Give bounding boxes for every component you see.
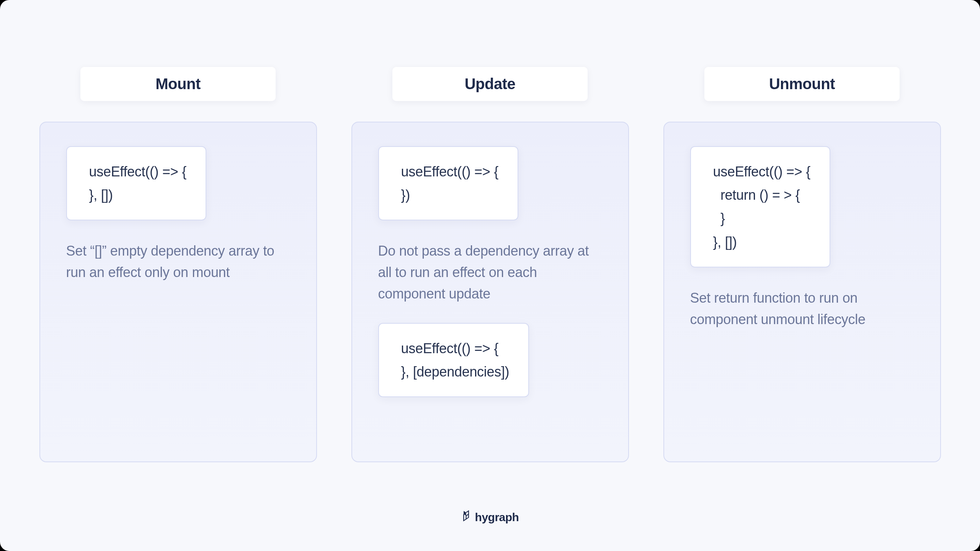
lifecycle-column-mount: Mount useEffect(() => { }, []) Set “[]” … xyxy=(39,67,317,462)
column-panel: useEffect(() => { return () = > { } }, [… xyxy=(663,122,941,462)
column-title: Unmount xyxy=(769,75,835,92)
code-snippet-mount: useEffect(() => { }, []) xyxy=(66,146,206,220)
lifecycle-column-update: Update useEffect(() => { }) Do not pass … xyxy=(351,67,629,462)
code-line: } xyxy=(713,207,810,230)
code-line: useEffect(() => { xyxy=(89,160,186,183)
column-description: Do not pass a dependency array at all to… xyxy=(378,240,602,304)
column-title: Mount xyxy=(155,75,200,92)
column-title-chip: Update xyxy=(392,67,588,101)
brand-logo: hygraph xyxy=(461,510,519,524)
code-snippet-unmount: useEffect(() => { return () = > { } }, [… xyxy=(690,146,830,267)
code-line: }, []) xyxy=(713,230,810,254)
brand-name: hygraph xyxy=(475,511,519,524)
code-snippet-update-nodeps: useEffect(() => { }) xyxy=(378,146,518,220)
column-panel: useEffect(() => { }, []) Set “[]” empty … xyxy=(39,122,317,462)
code-snippet-update-deps: useEffect(() => { }, [dependencies]) xyxy=(378,323,529,397)
column-title-chip: Unmount xyxy=(704,67,900,101)
lifecycle-column-unmount: Unmount useEffect(() => { return () = > … xyxy=(663,67,941,462)
code-line: }, [dependencies]) xyxy=(401,360,510,383)
code-line: }) xyxy=(401,183,498,207)
code-line: }, []) xyxy=(89,183,186,207)
code-line: useEffect(() => { xyxy=(401,160,498,183)
hygraph-icon xyxy=(461,510,471,524)
columns-row: Mount useEffect(() => { }, []) Set “[]” … xyxy=(0,0,980,462)
code-line: useEffect(() => { xyxy=(713,160,810,183)
code-line: return () = > { xyxy=(713,183,810,207)
column-title: Update xyxy=(465,75,516,92)
diagram-canvas: Mount useEffect(() => { }, []) Set “[]” … xyxy=(0,0,980,551)
column-panel: useEffect(() => { }) Do not pass a depen… xyxy=(351,122,629,462)
column-description: Set return function to run on component … xyxy=(690,287,914,330)
column-description: Set “[]” empty dependency array to run a… xyxy=(66,240,290,283)
code-line: useEffect(() => { xyxy=(401,337,510,360)
column-title-chip: Mount xyxy=(80,67,276,101)
